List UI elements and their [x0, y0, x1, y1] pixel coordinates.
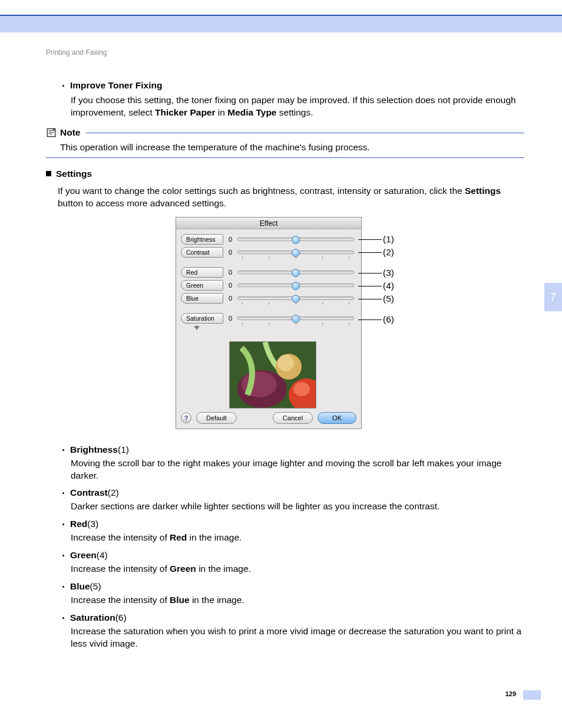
description-list: Brightness (1) Moving the scroll bar to … — [46, 444, 524, 650]
bullet-icon — [62, 492, 64, 494]
ok-button[interactable]: OK — [318, 412, 356, 424]
green-value: 0 — [223, 282, 237, 289]
brightness-item-body: Moving the scroll bar to the right makes… — [71, 457, 524, 482]
effect-diagram: Effect Brightness 0 Contrast 0 Red — [46, 217, 524, 435]
slider-thumb-icon[interactable] — [292, 282, 300, 290]
text: button to access more advanced settings. — [58, 198, 226, 208]
green-slider[interactable]: Green 0 — [181, 279, 356, 292]
blue-item-body: Increase the intensity of Blue in the im… — [71, 594, 524, 607]
slider-group-2: Red 0 Green 0 Blue 0 — [176, 262, 361, 305]
saturation-item-num: (6) — [115, 612, 127, 623]
slider-track[interactable] — [237, 317, 354, 320]
svg-point-7 — [293, 382, 310, 396]
slider-track[interactable] — [237, 238, 354, 241]
green-item-num: (4) — [97, 550, 108, 561]
green-item-body: Increase the intensity of Green in the i… — [71, 563, 524, 575]
saturation-value: 0 — [223, 315, 237, 322]
brightness-value: 0 — [223, 236, 237, 243]
settings-heading: Settings — [46, 169, 524, 179]
slider-ticks — [242, 256, 349, 260]
bullet-icon — [62, 85, 64, 87]
blue-slider[interactable]: Blue 0 — [181, 292, 356, 305]
effect-titlebar: Effect — [176, 218, 361, 229]
contrast-value: 0 — [223, 249, 237, 256]
slider-thumb-icon[interactable] — [292, 249, 300, 257]
improve-toner-title: Improve Toner Fixing — [70, 80, 162, 91]
slider-ticks — [242, 322, 349, 326]
default-button[interactable]: Default — [196, 412, 237, 424]
slider-group-1: Brightness 0 Contrast 0 — [176, 229, 361, 259]
cancel-button[interactable]: Cancel — [273, 412, 313, 424]
callout-2: (2) — [383, 247, 394, 258]
callout-line — [358, 252, 382, 253]
blue-item-num: (5) — [90, 581, 101, 592]
slider-group-3: Saturation 0 — [176, 308, 361, 325]
bullet-icon — [62, 523, 64, 525]
disclosure-triangle-icon[interactable] — [194, 326, 200, 330]
improve-toner-body: If you choose this setting, the toner fi… — [71, 94, 524, 119]
red-slider[interactable]: Red 0 — [181, 266, 356, 279]
media-type-bold: Media Type — [227, 107, 276, 117]
saturation-item-title: Saturation — [70, 612, 115, 623]
contrast-slider[interactable]: Contrast 0 — [181, 246, 356, 259]
blue-label: Blue — [181, 293, 223, 304]
chapter-tab: 7 — [544, 283, 562, 311]
bullet-icon — [62, 449, 64, 451]
slider-thumb-icon[interactable] — [292, 295, 300, 303]
blue-item-title: Blue — [70, 581, 90, 592]
square-bullet-icon — [46, 171, 51, 176]
green-item-title: Green — [70, 550, 97, 561]
brightness-item-num: (1) — [118, 444, 129, 455]
callout-line — [358, 273, 382, 274]
page-number: 129 — [505, 690, 516, 697]
saturation-item-head: Saturation (6) — [62, 612, 524, 623]
saturation-slider[interactable]: Saturation 0 — [181, 312, 356, 325]
callout-line — [358, 286, 382, 286]
slider-track[interactable] — [237, 297, 354, 300]
callout-4: (4) — [383, 281, 394, 291]
blue-value: 0 — [223, 295, 237, 302]
help-button[interactable]: ? — [181, 413, 191, 423]
callout-5: (5) — [383, 294, 394, 304]
red-item-body: Increase the intensity of Red in the ima… — [71, 532, 524, 544]
page-number-bar — [523, 690, 541, 700]
callout-line — [358, 319, 382, 320]
slider-track[interactable] — [237, 284, 354, 287]
breadcrumb: Printing and Faxing — [46, 48, 524, 57]
settings-title: Settings — [56, 169, 92, 179]
callout-3: (3) — [383, 268, 394, 278]
slider-thumb-icon[interactable] — [292, 236, 300, 244]
brightness-slider[interactable]: Brightness 0 — [181, 233, 356, 246]
settings-body: If you want to change the color settings… — [58, 185, 524, 210]
text: If you want to change the color settings… — [58, 186, 465, 196]
blue-item-head: Blue (5) — [62, 581, 524, 592]
slider-track[interactable] — [237, 251, 354, 254]
thicker-paper-bold: Thicker Paper — [155, 107, 216, 117]
contrast-label: Contrast — [181, 247, 223, 258]
red-item-head: Red (3) — [62, 519, 524, 529]
contrast-item-head: Contrast (2) — [62, 487, 524, 498]
slider-track[interactable] — [237, 271, 354, 274]
settings-bold: Settings — [465, 186, 501, 196]
text: settings. — [276, 107, 313, 117]
effect-panel: Effect Brightness 0 Contrast 0 Red — [176, 217, 362, 429]
contrast-item-title: Contrast — [70, 487, 108, 498]
slider-thumb-icon[interactable] — [292, 315, 300, 323]
contrast-item-num: (2) — [108, 487, 119, 498]
saturation-label: Saturation — [181, 313, 223, 324]
preview-image — [229, 341, 316, 409]
red-label: Red — [181, 267, 223, 278]
red-item-title: Red — [70, 519, 87, 529]
slider-thumb-icon[interactable] — [292, 269, 300, 277]
brightness-item-head: Brightness (1) — [62, 444, 524, 455]
red-item-num: (3) — [87, 519, 98, 529]
brightness-item-title: Brightness — [70, 444, 118, 455]
header-band — [0, 15, 562, 32]
note-rule-bottom — [46, 157, 524, 158]
button-row: ? Default Cancel OK — [181, 412, 356, 424]
bullet-icon — [62, 555, 64, 556]
green-label: Green — [181, 280, 223, 291]
note-rule-top — [86, 133, 524, 133]
slider-ticks — [242, 302, 349, 306]
callout-1: (1) — [383, 234, 394, 245]
